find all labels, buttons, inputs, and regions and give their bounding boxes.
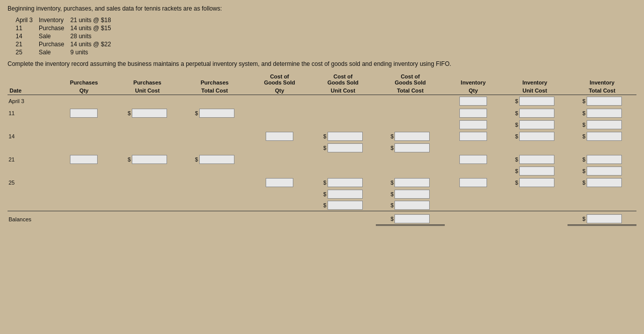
dollar-sign: $ xyxy=(390,216,393,222)
purch-total-21-input[interactable] xyxy=(199,155,234,164)
inv-unit-11b-cell: $ xyxy=(502,119,568,130)
cogs-unit-25b-input[interactable] xyxy=(328,190,363,199)
inv-total-14-cell: $ xyxy=(568,130,636,142)
inv-total-cost-header: Total Cost xyxy=(568,87,636,95)
cogs-unit-14-cell: $ xyxy=(310,130,376,142)
inv-qty-april3-input[interactable] xyxy=(459,97,487,106)
cogs-total-14b-cell: $ xyxy=(376,142,445,153)
cogs-unit-25b-cell: $ xyxy=(310,189,376,200)
dollar-sign: $ xyxy=(583,110,586,116)
date-25: 25 xyxy=(8,177,53,189)
table-row-11-sub: $ $ xyxy=(8,119,636,130)
dollar-sign: $ xyxy=(515,122,518,128)
inv-unit-25-input[interactable] xyxy=(519,178,554,187)
inv-total-11-cell: $ xyxy=(568,107,636,119)
inv-total-14-input[interactable] xyxy=(587,132,622,141)
inv-total-21b-input[interactable] xyxy=(587,166,622,176)
inv-total-25-input[interactable] xyxy=(587,178,622,187)
cogs-unit-14-input[interactable] xyxy=(328,132,363,141)
cogs-total-25b-input[interactable] xyxy=(394,190,430,199)
inv-total-11b-input[interactable] xyxy=(587,120,622,129)
dollar-sign: $ xyxy=(515,168,518,174)
inv-unit-25-cell: $ xyxy=(502,177,568,189)
cogs-total-11-cell xyxy=(376,107,445,119)
cogs-qty-header: Qty xyxy=(249,87,310,95)
purchases-group-header: Purchases xyxy=(53,72,114,87)
inv-qty-21-input[interactable] xyxy=(459,155,487,164)
purch-unit-21-input[interactable] xyxy=(132,155,167,164)
dollar-sign: $ xyxy=(515,98,518,104)
dollar-sign: $ xyxy=(583,168,586,174)
inv-qty-21-cell xyxy=(445,153,502,165)
inv-total-11-input[interactable] xyxy=(587,109,622,118)
dollar-sign: $ xyxy=(128,156,131,162)
purch-total-cost-header: Total Cost xyxy=(180,87,249,95)
inv-qty-25-input[interactable] xyxy=(459,178,487,187)
list-item: 11 Purchase 14 units @ $15 xyxy=(13,24,114,32)
dollar-sign: $ xyxy=(324,180,327,186)
cogs-qty-14-input[interactable] xyxy=(266,132,293,141)
purch-total-11-input[interactable] xyxy=(199,109,234,118)
cogs-qty-25-input[interactable] xyxy=(266,178,293,187)
dollar-sign: $ xyxy=(390,145,393,151)
dollar-sign: $ xyxy=(324,145,327,151)
cogs-unit-25c-cell: $ xyxy=(310,200,376,211)
inv-qty-11b-cell xyxy=(445,119,502,130)
cogs-total-balance-cell: $ xyxy=(376,211,445,225)
date-14: 14 xyxy=(8,130,53,142)
inv-qty-14-input[interactable] xyxy=(459,132,487,141)
cogs-total-balance-input[interactable] xyxy=(394,214,430,223)
inv-unit-april3-input[interactable] xyxy=(519,97,554,106)
intro-line1: Beginning inventory, purchases, and sale… xyxy=(8,5,636,12)
purch-unit-11-input[interactable] xyxy=(132,109,167,118)
cogs-unit-11-cell xyxy=(310,107,376,119)
inv-total-21-input[interactable] xyxy=(587,155,622,164)
dollar-sign: $ xyxy=(583,122,586,128)
dollar-sign: $ xyxy=(195,156,198,162)
cogs-total-14b-input[interactable] xyxy=(394,143,430,152)
purch-unit-21-cell: $ xyxy=(115,153,181,165)
cogs-unit-14b-input[interactable] xyxy=(328,143,363,152)
inv-total-header-top: Inventory xyxy=(568,72,636,87)
date-col-header: Date xyxy=(8,87,53,95)
inv-unit-cost-header: Unit Cost xyxy=(502,87,568,95)
purch-total-11-cell: $ xyxy=(180,107,249,119)
cogs-total-14-input[interactable] xyxy=(394,132,430,141)
inv-unit-21b-input[interactable] xyxy=(519,166,554,176)
dollar-sign: $ xyxy=(390,180,393,186)
inventory-items-table: April 3 Inventory 21 units @ $18 11 Purc… xyxy=(13,16,114,56)
dollar-sign: $ xyxy=(324,202,327,208)
inv-qty-april3-cell xyxy=(445,95,502,108)
dollar-sign: $ xyxy=(583,180,586,186)
purch-unit-april3-cell xyxy=(115,95,181,108)
cogs-unit-25c-input[interactable] xyxy=(328,201,363,210)
purch-qty-11-input[interactable] xyxy=(70,109,98,118)
inv-qty-11-input[interactable] xyxy=(459,109,487,118)
cogs-qty-25-cell xyxy=(249,177,310,189)
dollar-sign: $ xyxy=(515,180,518,186)
table-row-14-sub: $ $ xyxy=(8,142,636,153)
inv-unit-11b-input[interactable] xyxy=(519,120,554,129)
inv-unit-14-input[interactable] xyxy=(519,132,554,141)
inv-qty-11b-input[interactable] xyxy=(459,120,487,129)
cogs-total-25c-input[interactable] xyxy=(394,201,430,210)
purch-unit-11-cell: $ xyxy=(115,107,181,119)
dollar-sign: $ xyxy=(390,133,393,139)
inv-qty-11-cell xyxy=(445,107,502,119)
purch-total-april3-cell xyxy=(180,95,249,108)
purch-qty-april3-cell xyxy=(53,95,114,108)
inv-total-april3-input[interactable] xyxy=(587,97,622,106)
table-row-14: 14 $ $ $ $ xyxy=(8,130,636,142)
table-row-25-sub: $ $ xyxy=(8,189,636,200)
inv-unit-11-input[interactable] xyxy=(519,109,554,118)
purch-qty-21-input[interactable] xyxy=(70,155,98,164)
dollar-sign: $ xyxy=(324,191,327,197)
cogs-total-25-input[interactable] xyxy=(394,178,430,187)
cogs-unit-25-input[interactable] xyxy=(328,178,363,187)
list-item: 25 Sale 9 units xyxy=(13,48,114,56)
inv-unit-21-input[interactable] xyxy=(519,155,554,164)
purch-total-21-cell: $ xyxy=(180,153,249,165)
inv-total-balance-input[interactable] xyxy=(587,214,622,223)
cogs-qty-14-cell xyxy=(249,130,310,142)
dollar-sign: $ xyxy=(583,98,586,104)
